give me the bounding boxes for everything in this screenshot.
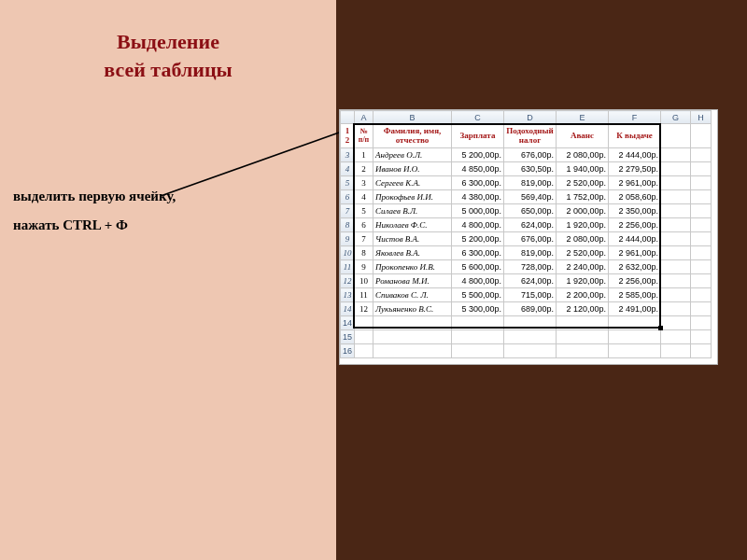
row-header[interactable]: 15 <box>341 330 355 344</box>
cell-advance[interactable]: 2 520,00р. <box>557 246 609 260</box>
cell[interactable] <box>661 232 691 246</box>
col-header-c[interactable]: C <box>452 111 504 124</box>
cell-salary[interactable]: 5 300,00р. <box>452 302 504 316</box>
cell-num[interactable]: 4 <box>355 190 374 204</box>
cell-advance[interactable]: 2 240,00р. <box>557 260 609 274</box>
cell[interactable] <box>504 316 557 330</box>
row-header[interactable]: 16 <box>341 344 355 358</box>
cell-name[interactable]: Иванов И.О. <box>374 162 452 176</box>
cell-advance[interactable]: 1 920,00р. <box>557 274 609 288</box>
cell-payout[interactable]: 2 279,50р. <box>609 162 661 176</box>
cell-payout[interactable]: 2 350,00р. <box>609 204 661 218</box>
cell-advance[interactable]: 2 080,00р. <box>557 232 609 246</box>
hdr-advance[interactable]: Аванс <box>557 124 609 148</box>
cell-advance[interactable]: 1 752,00р. <box>557 190 609 204</box>
cell[interactable] <box>661 316 691 330</box>
cell-name[interactable]: Чистов В.А. <box>374 232 452 246</box>
cell-tax[interactable]: 819,00р. <box>504 246 557 260</box>
cell-payout[interactable]: 2 256,00р. <box>609 218 661 232</box>
col-header-b[interactable]: B <box>374 111 452 124</box>
cell[interactable] <box>557 316 609 330</box>
cell-salary[interactable]: 4 380,00р. <box>452 190 504 204</box>
cell[interactable] <box>374 330 452 344</box>
cell-num[interactable]: 10 <box>355 274 374 288</box>
cell[interactable] <box>557 344 609 358</box>
cell-advance[interactable]: 1 920,00р. <box>557 218 609 232</box>
cell[interactable] <box>691 316 712 330</box>
cell[interactable] <box>661 274 691 288</box>
cell[interactable] <box>661 330 691 344</box>
cell-advance[interactable]: 2 000,00р. <box>557 204 609 218</box>
cell-salary[interactable]: 4 850,00р. <box>452 162 504 176</box>
cell[interactable] <box>609 316 661 330</box>
cell-tax[interactable]: 630,50р. <box>504 162 557 176</box>
cell[interactable] <box>691 330 712 344</box>
cell-salary[interactable]: 6 300,00р. <box>452 176 504 190</box>
col-header-f[interactable]: F <box>609 111 661 124</box>
cell-name[interactable]: Андреев О.Л. <box>374 148 452 162</box>
cell-payout[interactable]: 2 058,60р. <box>609 190 661 204</box>
cell[interactable] <box>661 344 691 358</box>
cell-name[interactable]: Яковлев В.А. <box>374 246 452 260</box>
cell-num[interactable]: 12 <box>355 302 374 316</box>
cell-name[interactable]: Силаев В.Л. <box>374 204 452 218</box>
hdr-fio[interactable]: Фамилия, имя, отчество <box>374 124 452 148</box>
cell-num[interactable]: 6 <box>355 218 374 232</box>
row-header[interactable]: 5 <box>341 176 355 190</box>
cell[interactable] <box>691 148 712 162</box>
cell[interactable] <box>661 288 691 302</box>
cell-tax[interactable]: 624,00р. <box>504 274 557 288</box>
cell[interactable] <box>374 316 452 330</box>
cell-advance[interactable]: 2 520,00р. <box>557 176 609 190</box>
select-all-corner[interactable] <box>341 111 355 124</box>
cell-tax[interactable]: 624,00р. <box>504 218 557 232</box>
cell-payout[interactable]: 2 444,00р. <box>609 232 661 246</box>
cell[interactable] <box>661 246 691 260</box>
hdr-payout[interactable]: К выдаче <box>609 124 661 148</box>
row-header[interactable]: 14 <box>341 316 355 330</box>
cell-advance[interactable]: 2 120,00р. <box>557 302 609 316</box>
cell[interactable] <box>691 190 712 204</box>
cell[interactable] <box>609 344 661 358</box>
cell-salary[interactable]: 5 500,00р. <box>452 288 504 302</box>
col-header-e[interactable]: E <box>557 111 609 124</box>
cell-salary[interactable]: 5 000,00р. <box>452 204 504 218</box>
cell-tax[interactable]: 728,00р. <box>504 260 557 274</box>
cell[interactable] <box>355 330 374 344</box>
cell-name[interactable]: Романова М.И. <box>374 274 452 288</box>
cell-num[interactable]: 9 <box>355 260 374 274</box>
cell-num[interactable]: 11 <box>355 288 374 302</box>
row-header[interactable]: 10 <box>341 246 355 260</box>
cell[interactable] <box>661 204 691 218</box>
cell-salary[interactable]: 5 600,00р. <box>452 260 504 274</box>
cell[interactable] <box>661 302 691 316</box>
hdr-salary[interactable]: Зарплата <box>452 124 504 148</box>
cell-advance[interactable]: 1 940,00р. <box>557 162 609 176</box>
row-header[interactable]: 11 <box>341 260 355 274</box>
cell-tax[interactable]: 569,40р. <box>504 190 557 204</box>
cell-advance[interactable]: 2 200,00р. <box>557 288 609 302</box>
cell[interactable] <box>374 344 452 358</box>
cell-tax[interactable]: 715,00р. <box>504 288 557 302</box>
hdr-tax[interactable]: Подоходный налог <box>504 124 557 148</box>
cell[interactable] <box>661 260 691 274</box>
cell-name[interactable]: Спиваков С. Л. <box>374 288 452 302</box>
cell[interactable] <box>452 344 504 358</box>
cell[interactable] <box>691 246 712 260</box>
cell[interactable] <box>691 124 712 148</box>
row-header[interactable]: 14 <box>341 302 355 316</box>
row-header[interactable]: 8 <box>341 218 355 232</box>
col-header-g[interactable]: G <box>661 111 691 124</box>
cell[interactable] <box>452 316 504 330</box>
cell[interactable] <box>691 260 712 274</box>
cell-advance[interactable]: 2 080,00р. <box>557 148 609 162</box>
cell[interactable] <box>661 218 691 232</box>
cell[interactable] <box>355 344 374 358</box>
cell-payout[interactable]: 2 444,00р. <box>609 148 661 162</box>
cell-tax[interactable]: 689,00р. <box>504 302 557 316</box>
row-header[interactable]: 4 <box>341 162 355 176</box>
cell-tax[interactable]: 676,00р. <box>504 148 557 162</box>
cell-name[interactable]: Прокопенко И.В. <box>374 260 452 274</box>
row-header[interactable]: 12 <box>341 124 355 148</box>
cell[interactable] <box>691 344 712 358</box>
